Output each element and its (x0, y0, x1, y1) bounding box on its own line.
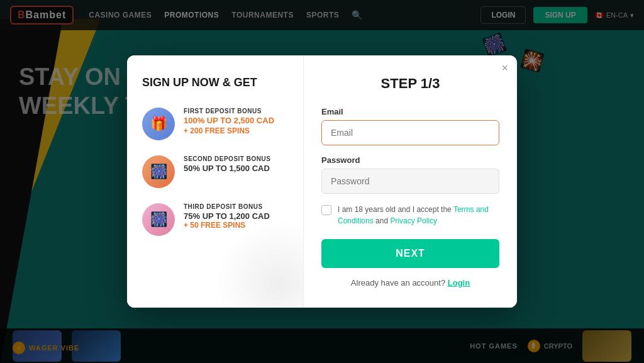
email-group: Email (321, 107, 499, 145)
password-field[interactable] (321, 169, 499, 194)
modal-overlay: × SIGN UP NOW & GET 🎁 FIRST DEPOSIT BONU… (0, 0, 644, 363)
bonus-icon-1: 🎁 (142, 108, 175, 140)
email-label: Email (321, 107, 499, 116)
bonus-highlight-2: 50% UP TO 1,500 CAD (184, 164, 288, 173)
terms-text-before: I am 18 years old and I accept the (338, 205, 453, 214)
terms-checkbox-row: I am 18 years old and I accept the Terms… (321, 204, 499, 226)
login-link[interactable]: Login (448, 278, 470, 288)
signup-modal: × SIGN UP NOW & GET 🎁 FIRST DEPOSIT BONU… (127, 55, 517, 308)
email-field[interactable] (321, 120, 499, 145)
bonus-icon-2: 🎆 (142, 155, 175, 188)
bonus-extra-3: + 50 FREE SPINS (184, 221, 288, 230)
bonus-label-3: THIRD DEPOSIT BONUS (184, 203, 288, 210)
modal-right-panel: STEP 1/3 Email Password I am 18 years ol… (303, 55, 517, 308)
bonus-highlight-1: 100% UP TO 2,500 CAD (184, 116, 288, 126)
bonus-text-3: THIRD DEPOSIT BONUS 75% UP TO 1,200 CAD … (184, 203, 288, 230)
modal-left-panel: SIGN UP NOW & GET 🎁 FIRST DEPOSIT BONUS … (127, 55, 303, 308)
next-button[interactable]: NEXT (321, 239, 499, 268)
terms-text-middle: and (374, 216, 391, 225)
bonus-item-1: 🎁 FIRST DEPOSIT BONUS 100% UP TO 2,500 C… (142, 108, 288, 140)
password-group: Password (321, 155, 499, 194)
terms-text: I am 18 years old and I accept the Terms… (338, 204, 499, 226)
bonus-text-1: FIRST DEPOSIT BONUS 100% UP TO 2,500 CAD… (184, 108, 288, 135)
bonus-icon-3: 🎆 (142, 203, 175, 236)
already-text: Already have an account? (351, 278, 445, 288)
account-text: Already have an account? Login (321, 278, 499, 288)
terms-checkbox[interactable] (321, 205, 331, 215)
bonus-label-1: FIRST DEPOSIT BONUS (184, 108, 288, 114)
modal-left-title: SIGN UP NOW & GET (142, 75, 288, 90)
password-label: Password (321, 155, 499, 165)
bonus-extra-1: + 200 FREE SPINS (184, 126, 288, 135)
bonus-highlight-3: 75% UP TO 1,200 CAD (184, 211, 288, 221)
bonus-item-2: 🎆 SECOND DEPOSIT BONUS 50% UP TO 1,500 C… (142, 155, 288, 188)
bonus-label-2: SECOND DEPOSIT BONUS (184, 155, 288, 162)
privacy-link[interactable]: Privacy Policy (390, 216, 437, 225)
bonus-item-3: 🎆 THIRD DEPOSIT BONUS 75% UP TO 1,200 CA… (142, 203, 288, 236)
step-title: STEP 1/3 (321, 75, 499, 92)
close-button[interactable]: × (501, 62, 508, 75)
bonus-text-2: SECOND DEPOSIT BONUS 50% UP TO 1,500 CAD (184, 155, 288, 173)
